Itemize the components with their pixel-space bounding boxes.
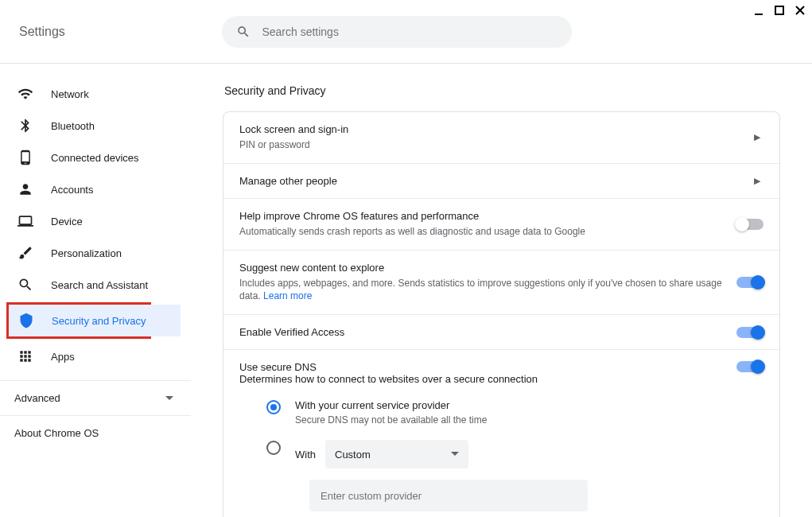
search-input[interactable] (262, 25, 558, 38)
toggle-suggest[interactable] (736, 277, 763, 288)
page-title: Settings (19, 25, 65, 39)
sidebar-item-device[interactable]: Device (0, 205, 191, 237)
row-secure-dns: Use secure DNS Determines how to connect… (223, 350, 779, 517)
sidebar-item-search-assistant[interactable]: Search and Assistant (0, 269, 191, 301)
phone-icon (17, 150, 33, 165)
row-verified-access: Enable Verified Access (223, 315, 779, 350)
row-title: Enable Verified Access (239, 326, 736, 338)
row-sub: Automatically sends crash reports as wel… (239, 225, 736, 239)
custom-provider-input[interactable] (309, 480, 588, 511)
option-label: With (295, 449, 316, 461)
sidebar-item-personalization[interactable]: Personalization (0, 237, 191, 269)
sidebar-advanced[interactable]: Advanced (0, 380, 191, 415)
sidebar-item-apps[interactable]: Apps (0, 340, 191, 372)
sidebar-item-label: Search and Assistant (51, 279, 148, 291)
row-sub: Determines how to connect to websites ov… (239, 373, 736, 385)
row-sub: PIN or password (239, 138, 751, 152)
row-manage-people[interactable]: Manage other people ▶ (223, 164, 779, 199)
option-label: With your current service provider (295, 399, 487, 411)
section-title: Security and Privacy (224, 84, 780, 97)
sidebar-about[interactable]: About Chrome OS (0, 415, 191, 450)
select-value: Custom (335, 449, 371, 461)
toggle-dns[interactable] (736, 361, 763, 372)
dns-option-custom[interactable]: With Custom (266, 440, 763, 468)
apps-icon (17, 348, 33, 364)
maximize-button[interactable] (774, 5, 785, 16)
row-title: Lock screen and sign-in (239, 123, 751, 135)
learn-more-link[interactable]: Learn more (263, 290, 312, 301)
sidebar-item-label: Device (51, 216, 83, 227)
chevron-right-icon: ▶ (751, 176, 763, 186)
person-icon (17, 181, 33, 197)
row-suggest: Suggest new content to explore Includes … (223, 251, 779, 316)
radio-selected[interactable] (266, 400, 281, 414)
row-improve: Help improve Chrome OS features and perf… (223, 199, 779, 251)
svg-rect-1 (775, 6, 783, 14)
toggle-improve[interactable] (736, 219, 763, 230)
sidebar-item-connected-devices[interactable]: Connected devices (0, 142, 191, 173)
sidebar-item-bluetooth[interactable]: Bluetooth (0, 110, 191, 142)
chevron-down-icon (451, 452, 459, 457)
bluetooth-icon (17, 118, 33, 134)
sidebar-item-label: Security and Privacy (52, 315, 146, 327)
radio-unselected[interactable] (266, 441, 281, 455)
row-title: Manage other people (239, 175, 751, 187)
row-sub: Includes apps, webpages, and more. Sends… (239, 277, 736, 304)
option-sub: Secure DNS may not be available all the … (295, 414, 487, 426)
about-label: About Chrome OS (14, 427, 99, 439)
sidebar-item-label: Personalization (51, 247, 122, 259)
search-icon (17, 277, 33, 293)
sidebar-item-accounts[interactable]: Accounts (0, 173, 191, 205)
sidebar-item-label: Connected devices (51, 152, 139, 164)
laptop-icon (17, 213, 33, 229)
close-button[interactable] (795, 5, 806, 16)
dns-provider-select[interactable]: Custom (325, 440, 468, 468)
row-title: Suggest new content to explore (239, 262, 736, 274)
brush-icon (17, 245, 33, 261)
sidebar-item-network[interactable]: Network (0, 78, 191, 110)
row-title: Help improve Chrome OS features and perf… (239, 210, 736, 222)
row-lockscreen[interactable]: Lock screen and sign-in PIN or password … (223, 112, 779, 164)
minimize-button[interactable] (753, 5, 764, 16)
search-box[interactable] (222, 16, 572, 48)
search-icon (236, 25, 251, 39)
sidebar-item-label: Accounts (51, 184, 93, 196)
row-title: Use secure DNS (239, 361, 736, 373)
settings-card: Lock screen and sign-in PIN or password … (223, 111, 780, 517)
chevron-down-icon (165, 396, 173, 401)
dns-option-current-provider[interactable]: With your current service provider Secur… (266, 399, 763, 426)
toggle-verified[interactable] (736, 327, 763, 338)
wifi-icon (17, 86, 33, 102)
highlight-box: Security and Privacy (6, 302, 151, 339)
svg-rect-0 (755, 14, 763, 15)
sidebar-item-security[interactable]: Security and Privacy (9, 305, 181, 336)
sidebar-item-label: Bluetooth (51, 120, 95, 132)
sidebar-item-label: Network (51, 88, 89, 100)
shield-icon (18, 313, 34, 328)
chevron-right-icon: ▶ (751, 132, 763, 142)
sidebar-item-label: Apps (51, 351, 75, 363)
advanced-label: Advanced (14, 392, 60, 404)
